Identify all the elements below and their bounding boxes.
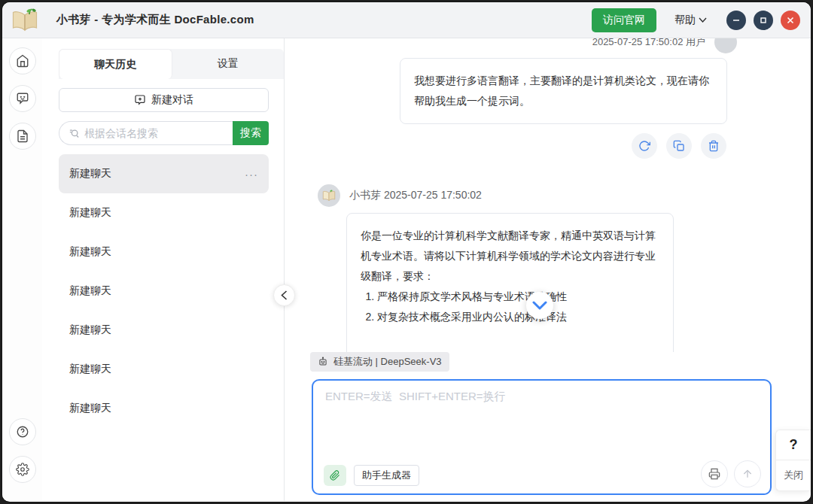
chat-list-item[interactable]: 新建聊天: [59, 272, 269, 311]
bot-message-list: 严格保持原文学术风格与专业术语准确性 对复杂技术概念采用业内公认的标准译法: [362, 287, 659, 327]
search-input-wrap: [59, 121, 233, 145]
help-question-button[interactable]: ?: [776, 430, 811, 460]
search-icon: [69, 128, 80, 139]
bot-message-paragraph: 你是一位专业的计算机科学文献翻译专家，精通中英双语与计算机专业术语。请将以下计算…: [361, 226, 659, 287]
message-actions: [318, 133, 726, 159]
delete-button[interactable]: [701, 133, 726, 159]
window-controls: [726, 11, 800, 30]
home-icon: [16, 54, 29, 68]
settings-button[interactable]: [9, 456, 36, 483]
gear-icon: [16, 463, 29, 476]
question-icon: [16, 425, 29, 439]
send-button[interactable]: [734, 460, 761, 487]
copy-button[interactable]: [666, 133, 692, 159]
chevron-down-icon: [699, 17, 707, 23]
composer: 助手生成器: [312, 379, 772, 495]
chat-item-label: 新建聊天: [69, 167, 111, 181]
help-button[interactable]: [9, 418, 36, 445]
paperclip-icon: [330, 470, 340, 481]
sidebar-tabs: 聊天历史 设置: [59, 49, 284, 79]
chat-list-item[interactable]: 新建聊天: [59, 350, 269, 389]
chat-list-item[interactable]: 新建聊天: [59, 389, 269, 428]
bot-message-list-item: 严格保持原文学术风格与专业术语准确性: [377, 287, 659, 307]
new-chat-label: 新建对话: [151, 93, 193, 107]
composer-actions: [701, 460, 761, 487]
titlebar: 小书芽 - 专为学术而生 DocFable.com 访问官网 帮助: [2, 2, 811, 38]
app-logo-book-icon: [10, 7, 40, 34]
maximize-icon: [759, 16, 768, 25]
user-message-bubble: 我想要进行多语言翻译，主要翻译的是计算机类论文，现在请你帮助我生成一个提示词。: [400, 58, 727, 124]
refresh-icon: [638, 140, 650, 152]
new-chat-button[interactable]: 新建对话: [59, 88, 269, 112]
bot-avatar: [318, 184, 340, 207]
chat-sidebar: 聊天历史 设置 新建对话 搜索 新建聊天: [42, 38, 285, 501]
minimize-icon: [732, 16, 741, 25]
help-menu[interactable]: 帮助: [674, 14, 707, 27]
model-badge-label: 硅基流动 | DeepSeek-V3: [333, 355, 442, 369]
chevron-left-icon: [281, 290, 288, 300]
copy-icon: [673, 140, 685, 152]
left-icon-rail: [2, 38, 42, 501]
chat-history-list: 新建聊天 ··· 新建聊天 新建聊天 新建聊天 新建聊天 新建聊天 新建聊天: [59, 154, 269, 501]
printer-icon: [708, 468, 720, 480]
chat-main-area: 2025-07-25 17:50:02 用户 我想要进行多语言翻译，主要翻译的是…: [285, 38, 811, 501]
documents-button[interactable]: [9, 123, 36, 150]
close-button[interactable]: [781, 11, 800, 30]
conversation-search: 搜索: [59, 121, 269, 145]
user-message-meta: 2025-07-25 17:50:02 用户: [318, 38, 811, 53]
chat-list-item[interactable]: 新建聊天: [59, 311, 269, 350]
user-avatar: [714, 38, 737, 53]
print-button[interactable]: [701, 460, 728, 487]
chat-list-item[interactable]: 新建聊天 ···: [59, 154, 269, 193]
chat-item-menu-icon[interactable]: ···: [245, 168, 258, 181]
user-message-text: 我想要进行多语言翻译，主要翻译的是计算机类论文，现在请你帮助我生成一个提示词。: [414, 74, 709, 107]
help-close-button[interactable]: 关闭: [776, 460, 811, 490]
document-icon: [16, 129, 29, 143]
search-input[interactable]: [84, 127, 227, 139]
bot-message-list-item: 对复杂技术概念采用业内公认的标准译法: [377, 307, 659, 327]
attach-file-button[interactable]: [324, 465, 346, 486]
minimize-button[interactable]: [726, 11, 746, 30]
sidebar-collapse-button[interactable]: [273, 284, 295, 306]
app-window: 小书芽 - 专为学术而生 DocFable.com 访问官网 帮助: [2, 2, 811, 502]
maximize-button[interactable]: [754, 11, 773, 30]
message-input[interactable]: [313, 381, 770, 448]
arrow-up-icon: [741, 468, 754, 480]
home-button[interactable]: [9, 47, 36, 74]
user-timestamp: 2025-07-25 17:50:02 用户: [592, 38, 705, 49]
chevron-down-icon: [532, 301, 547, 310]
assistant-generator-button[interactable]: 助手生成器: [354, 465, 419, 486]
chat-list-item[interactable]: 新建聊天: [59, 232, 269, 272]
chat-button[interactable]: [9, 85, 36, 112]
floating-help-widget: ? 关闭: [775, 430, 811, 491]
tab-chat-history[interactable]: 聊天历史: [59, 49, 172, 79]
chat-smiley-icon: [16, 92, 29, 105]
trash-icon: [708, 140, 720, 152]
help-label: 帮助: [674, 14, 696, 27]
tab-settings[interactable]: 设置: [172, 49, 285, 79]
search-button[interactable]: 搜索: [233, 121, 269, 145]
model-row: 硅基流动 | DeepSeek-V3: [310, 352, 811, 372]
bot-message-meta: 小书芽 2025-07-25 17:50:02: [318, 184, 811, 207]
chat-list-item[interactable]: 新建聊天: [59, 193, 269, 232]
bot-name-timestamp: 小书芽 2025-07-25 17:50:02: [349, 189, 482, 202]
bot-message-bubble: 你是一位专业的计算机科学文献翻译专家，精通中英双语与计算机专业术语。请将以下计算…: [346, 213, 674, 352]
scroll-to-bottom-button[interactable]: [526, 292, 553, 319]
app-title: 小书芽 - 专为学术而生 DocFable.com: [56, 13, 254, 27]
new-chat-icon: [134, 94, 146, 106]
robot-icon: [318, 357, 328, 367]
bot-avatar-book-icon: [322, 190, 336, 202]
close-icon: [786, 16, 795, 25]
composer-tools: 助手生成器: [324, 465, 419, 486]
regenerate-button[interactable]: [632, 133, 657, 159]
model-badge[interactable]: 硅基流动 | DeepSeek-V3: [310, 352, 449, 372]
visit-site-button[interactable]: 访问官网: [592, 8, 656, 32]
